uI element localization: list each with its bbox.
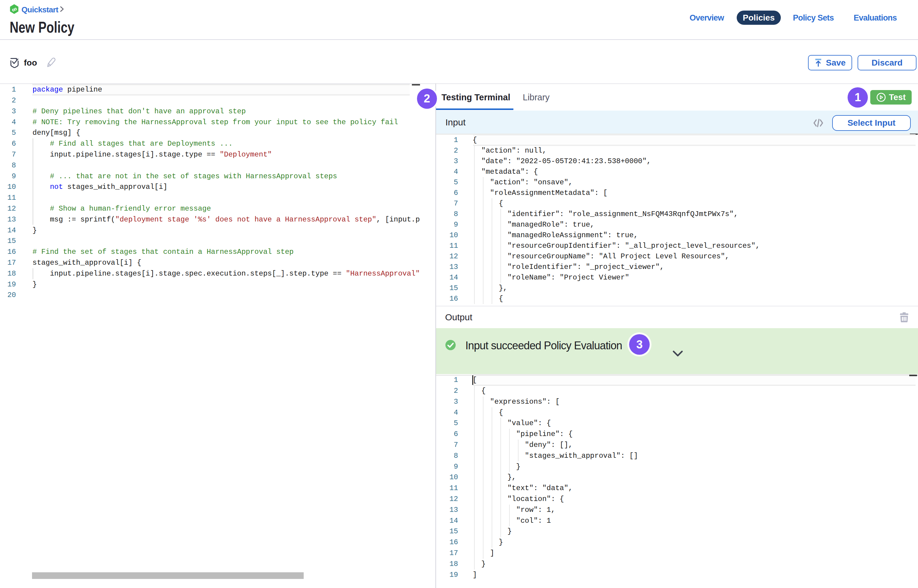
svg-text:∞: ∞ (10, 4, 18, 14)
